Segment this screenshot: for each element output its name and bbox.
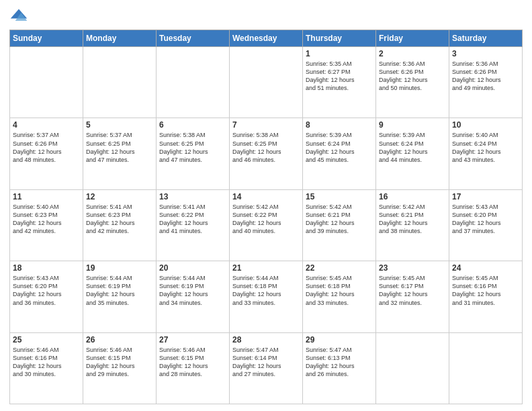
calendar-cell: 10Sunrise: 5:40 AM Sunset: 6:24 PM Dayli… <box>449 118 523 189</box>
day-info: Sunrise: 5:40 AM Sunset: 6:23 PM Dayligh… <box>13 203 80 236</box>
day-info: Sunrise: 5:43 AM Sunset: 6:20 PM Dayligh… <box>452 203 519 236</box>
calendar-cell: 19Sunrise: 5:44 AM Sunset: 6:19 PM Dayli… <box>83 261 157 332</box>
weekday-header-wednesday: Wednesday <box>230 30 303 47</box>
logo <box>9 7 31 26</box>
day-number: 29 <box>306 335 373 345</box>
day-number: 3 <box>452 49 519 58</box>
week-row-4: 18Sunrise: 5:43 AM Sunset: 6:20 PM Dayli… <box>10 261 523 332</box>
day-info: Sunrise: 5:38 AM Sunset: 6:25 PM Dayligh… <box>159 131 226 164</box>
day-info: Sunrise: 5:35 AM Sunset: 6:27 PM Dayligh… <box>306 60 373 93</box>
calendar-cell: 27Sunrise: 5:46 AM Sunset: 6:15 PM Dayli… <box>157 332 230 404</box>
day-info: Sunrise: 5:41 AM Sunset: 6:23 PM Dayligh… <box>86 203 153 236</box>
day-info: Sunrise: 5:46 AM Sunset: 6:16 PM Dayligh… <box>13 346 80 379</box>
day-number: 13 <box>159 192 226 201</box>
day-number: 10 <box>452 120 519 130</box>
day-number: 1 <box>306 49 373 58</box>
day-info: Sunrise: 5:42 AM Sunset: 6:21 PM Dayligh… <box>306 203 373 236</box>
calendar-cell: 2Sunrise: 5:36 AM Sunset: 6:26 PM Daylig… <box>376 47 449 118</box>
day-info: Sunrise: 5:46 AM Sunset: 6:15 PM Dayligh… <box>159 346 226 379</box>
calendar-table: SundayMondayTuesdayWednesdayThursdayFrid… <box>9 30 523 404</box>
day-number: 12 <box>86 192 153 201</box>
calendar-cell: 21Sunrise: 5:44 AM Sunset: 6:18 PM Dayli… <box>230 261 303 332</box>
day-info: Sunrise: 5:43 AM Sunset: 6:20 PM Dayligh… <box>13 274 80 307</box>
day-number: 24 <box>452 263 519 273</box>
calendar-cell: 23Sunrise: 5:45 AM Sunset: 6:17 PM Dayli… <box>376 261 449 332</box>
calendar-cell <box>376 332 449 404</box>
day-info: Sunrise: 5:45 AM Sunset: 6:16 PM Dayligh… <box>452 274 519 307</box>
day-info: Sunrise: 5:44 AM Sunset: 6:19 PM Dayligh… <box>159 274 226 307</box>
day-info: Sunrise: 5:39 AM Sunset: 6:24 PM Dayligh… <box>379 131 446 164</box>
calendar-cell: 25Sunrise: 5:46 AM Sunset: 6:16 PM Dayli… <box>10 332 83 404</box>
weekday-header-row: SundayMondayTuesdayWednesdayThursdayFrid… <box>10 30 523 47</box>
calendar-cell: 24Sunrise: 5:45 AM Sunset: 6:16 PM Dayli… <box>449 261 523 332</box>
calendar-cell: 3Sunrise: 5:36 AM Sunset: 6:26 PM Daylig… <box>449 47 523 118</box>
calendar-cell: 18Sunrise: 5:43 AM Sunset: 6:20 PM Dayli… <box>10 261 83 332</box>
calendar-cell <box>157 47 230 118</box>
calendar-cell: 8Sunrise: 5:39 AM Sunset: 6:24 PM Daylig… <box>303 118 376 189</box>
day-info: Sunrise: 5:42 AM Sunset: 6:21 PM Dayligh… <box>379 203 446 236</box>
day-info: Sunrise: 5:46 AM Sunset: 6:15 PM Dayligh… <box>86 346 153 379</box>
day-number: 11 <box>13 192 80 201</box>
day-number: 18 <box>13 263 80 273</box>
calendar-cell: 12Sunrise: 5:41 AM Sunset: 6:23 PM Dayli… <box>83 189 157 261</box>
day-info: Sunrise: 5:37 AM Sunset: 6:26 PM Dayligh… <box>13 131 80 164</box>
day-info: Sunrise: 5:47 AM Sunset: 6:13 PM Dayligh… <box>306 346 373 379</box>
weekday-header-saturday: Saturday <box>449 30 523 47</box>
day-info: Sunrise: 5:37 AM Sunset: 6:25 PM Dayligh… <box>86 131 153 164</box>
calendar-cell: 4Sunrise: 5:37 AM Sunset: 6:26 PM Daylig… <box>10 118 83 189</box>
week-row-1: 1Sunrise: 5:35 AM Sunset: 6:27 PM Daylig… <box>10 47 523 118</box>
day-number: 4 <box>13 120 80 130</box>
day-number: 6 <box>159 120 226 130</box>
day-number: 23 <box>379 263 446 273</box>
day-info: Sunrise: 5:44 AM Sunset: 6:19 PM Dayligh… <box>86 274 153 307</box>
calendar-cell: 9Sunrise: 5:39 AM Sunset: 6:24 PM Daylig… <box>376 118 449 189</box>
calendar-cell: 26Sunrise: 5:46 AM Sunset: 6:15 PM Dayli… <box>83 332 157 404</box>
day-number: 5 <box>86 120 153 130</box>
logo-icon <box>9 7 28 26</box>
day-info: Sunrise: 5:38 AM Sunset: 6:25 PM Dayligh… <box>232 131 300 164</box>
day-info: Sunrise: 5:45 AM Sunset: 6:18 PM Dayligh… <box>306 274 373 307</box>
day-info: Sunrise: 5:42 AM Sunset: 6:22 PM Dayligh… <box>232 203 300 236</box>
calendar-cell <box>230 47 303 118</box>
day-number: 8 <box>306 120 373 130</box>
day-info: Sunrise: 5:44 AM Sunset: 6:18 PM Dayligh… <box>232 274 300 307</box>
weekday-header-tuesday: Tuesday <box>157 30 230 47</box>
week-row-5: 25Sunrise: 5:46 AM Sunset: 6:16 PM Dayli… <box>10 332 523 404</box>
header <box>9 7 523 26</box>
calendar-cell: 28Sunrise: 5:47 AM Sunset: 6:14 PM Dayli… <box>230 332 303 404</box>
calendar-cell: 6Sunrise: 5:38 AM Sunset: 6:25 PM Daylig… <box>157 118 230 189</box>
day-info: Sunrise: 5:36 AM Sunset: 6:26 PM Dayligh… <box>452 60 519 93</box>
day-info: Sunrise: 5:47 AM Sunset: 6:14 PM Dayligh… <box>232 346 300 379</box>
calendar-cell: 13Sunrise: 5:41 AM Sunset: 6:22 PM Dayli… <box>157 189 230 261</box>
calendar-cell: 22Sunrise: 5:45 AM Sunset: 6:18 PM Dayli… <box>303 261 376 332</box>
calendar-cell <box>449 332 523 404</box>
day-number: 2 <box>379 49 446 58</box>
day-number: 9 <box>379 120 446 130</box>
weekday-header-thursday: Thursday <box>303 30 376 47</box>
calendar-cell <box>83 47 157 118</box>
weekday-header-monday: Monday <box>83 30 157 47</box>
day-number: 21 <box>232 263 300 273</box>
calendar-cell: 17Sunrise: 5:43 AM Sunset: 6:20 PM Dayli… <box>449 189 523 261</box>
day-info: Sunrise: 5:40 AM Sunset: 6:24 PM Dayligh… <box>452 131 519 164</box>
calendar-cell: 1Sunrise: 5:35 AM Sunset: 6:27 PM Daylig… <box>303 47 376 118</box>
day-number: 7 <box>232 120 300 130</box>
day-number: 26 <box>86 335 153 345</box>
calendar-cell: 14Sunrise: 5:42 AM Sunset: 6:22 PM Dayli… <box>230 189 303 261</box>
weekday-header-friday: Friday <box>376 30 449 47</box>
day-number: 17 <box>452 192 519 201</box>
day-number: 25 <box>13 335 80 345</box>
calendar-cell: 11Sunrise: 5:40 AM Sunset: 6:23 PM Dayli… <box>10 189 83 261</box>
day-number: 19 <box>86 263 153 273</box>
day-info: Sunrise: 5:41 AM Sunset: 6:22 PM Dayligh… <box>159 203 226 236</box>
day-info: Sunrise: 5:39 AM Sunset: 6:24 PM Dayligh… <box>306 131 373 164</box>
calendar-cell: 5Sunrise: 5:37 AM Sunset: 6:25 PM Daylig… <box>83 118 157 189</box>
week-row-2: 4Sunrise: 5:37 AM Sunset: 6:26 PM Daylig… <box>10 118 523 189</box>
day-number: 15 <box>306 192 373 201</box>
calendar-cell: 15Sunrise: 5:42 AM Sunset: 6:21 PM Dayli… <box>303 189 376 261</box>
calendar-cell: 16Sunrise: 5:42 AM Sunset: 6:21 PM Dayli… <box>376 189 449 261</box>
day-number: 20 <box>159 263 226 273</box>
calendar-cell: 29Sunrise: 5:47 AM Sunset: 6:13 PM Dayli… <box>303 332 376 404</box>
day-number: 27 <box>159 335 226 345</box>
calendar-cell: 7Sunrise: 5:38 AM Sunset: 6:25 PM Daylig… <box>230 118 303 189</box>
